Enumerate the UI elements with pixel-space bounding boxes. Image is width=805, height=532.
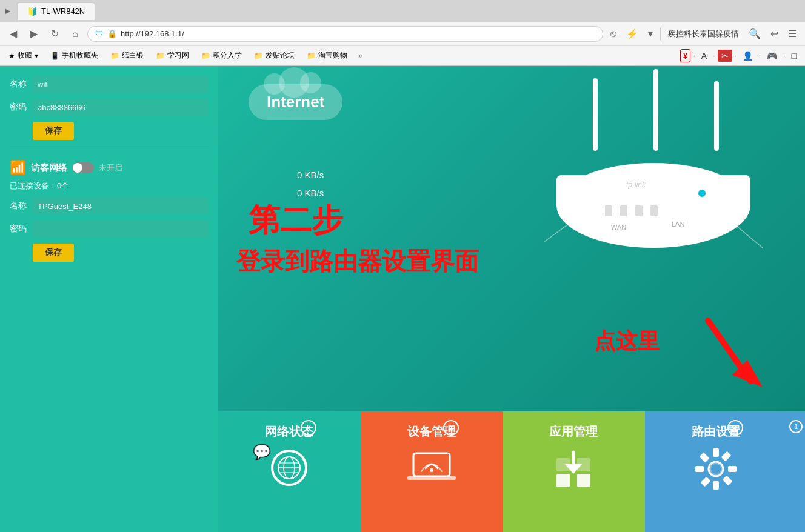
chat-icon: 💬	[253, 444, 271, 461]
bookmark-mobile[interactable]: 📱 手机收藏夹	[47, 49, 102, 62]
tile-app-manage[interactable]: 应用管理	[503, 411, 645, 532]
wifi-name-row: 名称	[10, 76, 209, 93]
browser-tab[interactable]: 🔰 TL-WR842N	[17, 2, 95, 20]
guest-name-label: 名称	[10, 201, 28, 211]
browser-chrome: ▶ 🔰 TL-WR842N ◀ ▶ ↻ ⌂ 🛡 🔒 http://192.168…	[0, 0, 805, 66]
svg-text:tp-link: tp-link	[626, 181, 646, 189]
svg-rect-4	[556, 175, 750, 208]
bookmark-collections[interactable]: ★ 收藏 ▾	[5, 49, 42, 62]
address-bar[interactable]: 🛡 🔒 http://192.168.1.1/	[87, 26, 603, 42]
annotation-step: 第二步	[249, 199, 343, 242]
svg-point-24	[430, 468, 433, 472]
guest-network-section: 📶 访客网络 未开启 已连接设备：0个 名称 密码 保存	[10, 150, 209, 262]
game-icon[interactable]: 🎮	[763, 50, 781, 62]
tile-partial: 1	[787, 411, 805, 532]
wifi-icon: 📶	[10, 160, 26, 176]
user-icon[interactable]: 👤	[739, 50, 757, 62]
folder-icon5: 📁	[307, 52, 316, 60]
svg-text:WAN: WAN	[611, 224, 626, 231]
bookmark-silver[interactable]: 📁 纸白银	[107, 49, 147, 62]
bookmark-score[interactable]: 📁 积分入学	[198, 49, 246, 62]
gear-icon	[694, 447, 738, 493]
bookmark-label: 收藏	[18, 50, 32, 61]
tab-bar: ▶ 🔰 TL-WR842N	[0, 0, 805, 22]
home-button[interactable]: ⌂	[67, 25, 84, 42]
svg-rect-32	[713, 448, 719, 457]
folder-icon3: 📁	[201, 52, 210, 60]
partial-badge: 1	[789, 420, 803, 433]
wifi-save-button[interactable]: 保存	[33, 122, 74, 140]
svg-text:LAN: LAN	[672, 221, 684, 228]
sidebar-toggle[interactable]: ▶	[5, 7, 17, 15]
guest-toggle[interactable]	[72, 162, 94, 173]
more-bookmarks[interactable]: »	[356, 50, 365, 61]
address-text: http://192.168.1.1/	[121, 29, 595, 38]
translate-icon[interactable]: A	[698, 50, 710, 62]
back-button[interactable]: ◀	[5, 25, 22, 42]
guest-save-button[interactable]: 保存	[33, 244, 74, 262]
guest-name-input[interactable]	[33, 198, 209, 214]
svg-rect-37	[700, 477, 710, 487]
guest-header: 📶 访客网络 未开启	[10, 160, 209, 176]
star-icon: ★	[8, 52, 15, 60]
bookmark-forum[interactable]: 📁 发贴论坛	[250, 49, 298, 62]
tile-network-status[interactable]: ✓ 网络状态 💬	[218, 411, 361, 532]
bookmark-label: 发贴论坛	[266, 50, 295, 61]
checkmark-badge: ✓	[301, 420, 316, 436]
sidebar: 名称 密码 保存 📶 访客网络 未开启 已连接设备：0个 名称	[0, 66, 218, 532]
bookmark-study[interactable]: 📁 学习网	[152, 49, 193, 62]
wifi-password-row: 密码	[10, 99, 209, 116]
upload-speed: 0 KB/s	[297, 166, 324, 184]
globe-icon	[271, 450, 307, 486]
separator	[660, 28, 661, 40]
forward-button[interactable]: ▶	[25, 25, 42, 42]
svg-point-40	[711, 464, 721, 474]
search-icon[interactable]: 🔍	[745, 25, 764, 42]
tile-router-settings[interactable]: 1 路由设置	[645, 411, 787, 532]
globe-container: 💬	[271, 450, 307, 486]
svg-rect-27	[556, 474, 570, 487]
lock-icon: 🔒	[107, 29, 117, 38]
folder-icon2: 📁	[156, 52, 165, 60]
refresh-button[interactable]: ↻	[46, 25, 63, 42]
extra-icon[interactable]: □	[788, 50, 800, 62]
guest-name-row: 名称	[10, 198, 209, 214]
svg-rect-23	[407, 476, 456, 480]
router-display: Internet 0 KB/s 0 KB/s	[218, 66, 805, 411]
step-text: 第二步	[249, 199, 343, 242]
wifi-name-input[interactable]	[33, 76, 209, 93]
bookmark-label: 淘宝购物	[318, 50, 347, 61]
tab-favicon: 🔰	[27, 7, 38, 16]
dropdown-icon[interactable]: ▾	[644, 25, 656, 42]
bookmark-taobao[interactable]: 📁 淘宝购物	[303, 49, 351, 62]
dot-separator5: ·	[783, 52, 785, 60]
lightning-icon[interactable]: ⚡	[623, 25, 642, 42]
main-container: 名称 密码 保存 📶 访客网络 未开启 已连接设备：0个 名称	[0, 66, 805, 532]
share-icon[interactable]: ⎋	[607, 26, 620, 42]
mobile-icon: 📱	[50, 52, 59, 60]
svg-point-11	[698, 190, 706, 197]
wifi-password-input[interactable]	[33, 99, 209, 116]
desc-text: 登录到路由器设置界面	[236, 245, 479, 278]
bottom-tiles: ✓ 网络状态 💬	[218, 411, 805, 532]
internet-cloud: Internet	[249, 84, 342, 120]
wifi-section: 名称 密码 保存	[10, 76, 209, 140]
svg-rect-39	[699, 453, 709, 463]
bookmarks-bar: ★ 收藏 ▾ 📱 手机收藏夹 📁 纸白银 📁 学习网 📁 积分入学 📁 发贴论坛…	[0, 46, 805, 65]
svg-rect-38	[722, 476, 732, 486]
menu-icon[interactable]: ☰	[784, 25, 800, 42]
cny-icon[interactable]: ¥	[680, 49, 691, 62]
annotation-desc: 登录到路由器设置界面	[236, 245, 479, 278]
wifi-password-label: 密码	[10, 102, 28, 113]
search-query: 疾控科长泰国躲疫情	[664, 26, 743, 42]
toggle-knob	[73, 163, 82, 173]
guest-password-row: 密码	[10, 221, 209, 238]
tile-device-manage[interactable]: 4 设备管理	[361, 411, 503, 532]
nav-bar: ◀ ▶ ↻ ⌂ 🛡 🔒 http://192.168.1.1/ ⎋ ⚡ ▾ 疾控…	[0, 22, 805, 46]
dot-separator2: ·	[713, 52, 715, 60]
undo-icon[interactable]: ↩	[767, 25, 782, 42]
guest-password-input[interactable]	[33, 221, 209, 238]
svg-rect-5	[605, 205, 612, 216]
bookmark-label: 积分入学	[213, 50, 242, 61]
scissors-icon[interactable]: ✂	[718, 50, 732, 62]
